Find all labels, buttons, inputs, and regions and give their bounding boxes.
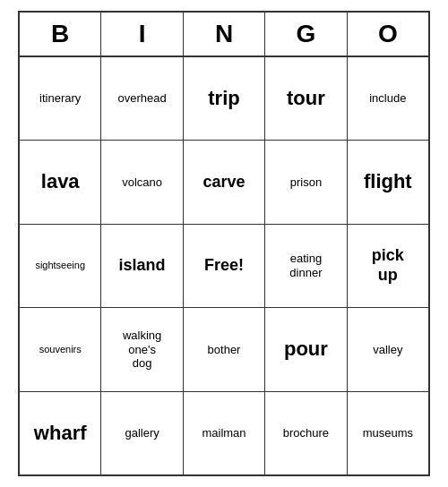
header-letter-n: N [184,13,265,56]
cell-2-2: Free! [184,225,265,307]
cell-4-0: wharf [20,392,101,474]
cell-text-1-2: carve [202,173,245,192]
bingo-header: BINGO [20,13,428,57]
cell-text-1-0: lava [41,170,80,193]
cell-text-3-1: walking one's dog [123,329,161,371]
cell-0-2: trip [184,57,265,140]
cell-2-1: island [101,225,183,307]
cell-4-3: brochure [265,392,347,474]
cell-2-0: sightseeing [20,225,101,307]
cell-text-2-1: island [119,256,166,276]
cell-0-4: include [348,57,428,140]
cell-text-3-3: pour [284,337,328,361]
cell-4-2: mailman [184,392,265,474]
cell-1-1: volcano [101,141,183,223]
cell-1-4: flight [348,141,428,223]
cell-3-2: bother [184,308,265,390]
grid-row-2: sightseeingislandFree!eating dinnerpick … [20,225,428,308]
cell-3-3: pour [265,308,347,390]
cell-3-0: souvenirs [20,308,101,390]
cell-text-4-0: wharf [34,422,87,445]
cell-text-1-3: prison [290,175,322,190]
bingo-card: BINGO itineraryoverheadtriptourincludela… [18,11,430,476]
cell-text-1-4: flight [364,170,412,193]
cell-2-4: pick up [348,225,428,307]
cell-text-4-4: museums [363,426,413,440]
cell-text-2-4: pick up [372,246,404,285]
grid-row-0: itineraryoverheadtriptourinclude [20,57,428,141]
cell-text-0-3: tour [287,87,325,110]
cell-text-1-1: volcano [122,175,162,190]
bingo-grid: itineraryoverheadtriptourincludelavavolc… [20,57,428,474]
cell-text-2-2: Free! [204,256,244,276]
cell-text-0-4: include [369,91,406,106]
header-letter-b: B [20,13,101,56]
header-letter-i: I [101,13,183,56]
cell-text-0-1: overhead [118,91,167,106]
cell-4-1: gallery [101,392,183,474]
cell-text-3-2: bother [208,343,241,357]
cell-3-4: valley [348,308,428,390]
cell-text-0-2: trip [208,87,239,110]
cell-0-0: itinerary [20,57,101,140]
cell-1-3: prison [265,141,347,223]
grid-row-3: souvenirswalking one's dogbotherpourvall… [20,308,428,391]
cell-1-2: carve [184,141,265,223]
cell-text-4-1: gallery [125,426,159,440]
cell-1-0: lava [20,141,101,223]
cell-2-3: eating dinner [265,225,347,307]
cell-3-1: walking one's dog [101,308,183,390]
header-letter-o: O [348,13,428,56]
cell-0-3: tour [265,57,347,140]
header-letter-g: G [265,13,347,56]
grid-row-1: lavavolcanocarveprisonflight [20,141,428,224]
cell-text-3-4: valley [373,343,402,357]
cell-text-4-3: brochure [283,426,329,440]
cell-text-4-2: mailman [202,426,246,440]
cell-text-0-0: itinerary [39,91,81,106]
cell-4-4: museums [348,392,428,474]
cell-0-1: overhead [101,57,183,140]
cell-text-2-3: eating dinner [289,252,322,279]
cell-text-2-0: sightseeing [35,260,85,271]
cell-text-3-0: souvenirs [39,344,82,355]
grid-row-4: wharfgallerymailmanbrochuremuseums [20,392,428,474]
